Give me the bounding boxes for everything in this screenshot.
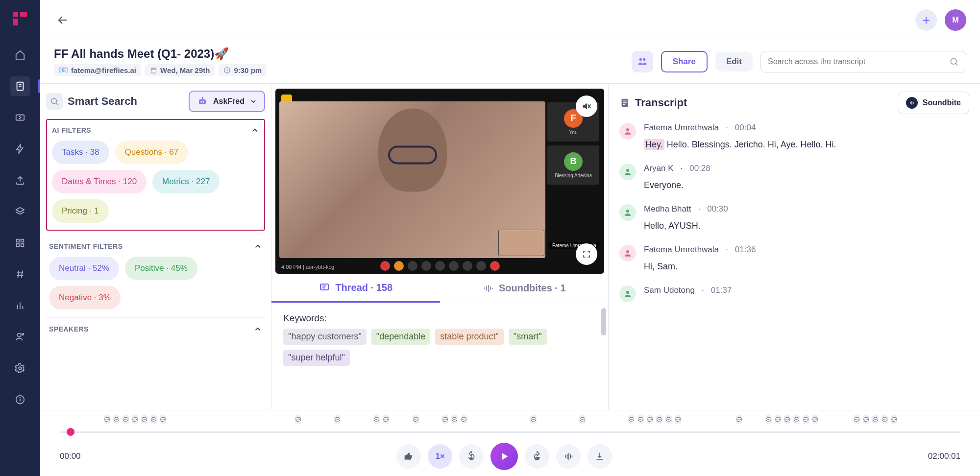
forward-button[interactable]: 15 [525,444,549,469]
nav-settings[interactable] [10,358,30,378]
filter-negative[interactable]: Negative · 3% [49,286,121,309]
filter-dates-times[interactable]: Dates & Times · 120 [52,170,147,193]
smart-search-title: Smart Search [46,93,137,110]
nav-analytics[interactable] [10,296,30,315]
transcript-item-3[interactable]: Fatema Umrethwala · 01:36 Hi, Sam. [619,245,969,272]
svg-point-35 [200,101,202,103]
avatar-icon [619,286,636,302]
nav-apps[interactable] [10,233,30,253]
askfred-label: AskFred [213,97,245,106]
download-button[interactable] [588,444,612,469]
speed-button[interactable]: 1× [428,444,452,469]
transcript-text: Hey. Hello. Blessings. Jericho. Hi, Aye.… [644,140,969,150]
nav-hash[interactable] [10,264,30,284]
keyword-3[interactable]: "smart" [509,329,547,345]
transcript-item-4[interactable]: Sam Udotong · 01:37 [619,286,969,302]
nav-home[interactable] [10,45,30,65]
timeline[interactable]: 💬💬💬💬💬💬💬 💬 💬 💬💬 💬 💬💬💬 💬 💬 💬💬💬💬💬💬 💬 💬💬💬💬💬💬… [40,410,980,437]
svg-point-21 [20,398,21,398]
transcript-text: Hi, Sam. [644,262,969,272]
search-icon [949,57,959,67]
time-current: 00:00 [60,452,81,461]
avatar-icon [619,204,636,221]
meeting-date-chip: Wed, Mar 29th [145,64,215,76]
avatar-icon [619,123,636,140]
edit-button[interactable]: Edit [715,52,753,71]
nav-rail [0,0,40,476]
nav-contacts[interactable] [10,327,30,347]
keywords-label: Keywords: [283,313,596,324]
transcript-item-0[interactable]: Fatema Umrethwala · 00:04 Hey. Hello. Bl… [619,123,969,150]
soundbite-btn-label: Soundbite [923,98,961,107]
filter-questions[interactable]: Questions · 67 [115,141,189,164]
nav-info[interactable] [10,390,30,409]
timestamp: 01:36 [735,245,756,255]
meeting-email-chip[interactable]: 📧 fatema@fireflies.ai [54,64,141,76]
transcript-search-input[interactable] [768,57,949,66]
svg-text:5: 5 [470,456,472,461]
main: ＋ M FF All hands Meet (Q1- 2023)🚀 📧 fate… [40,0,980,476]
keyword-2[interactable]: stable product" [435,329,503,345]
avatar-icon [619,164,636,180]
timestamp: 00:04 [735,123,756,133]
transcript-icon [619,97,630,108]
svg-point-16 [18,333,21,337]
timestamp: 00:28 [689,164,710,173]
keyword-4[interactable]: "super helpful" [283,350,350,366]
transcript-search[interactable] [760,51,966,72]
filter-pricing[interactable]: Pricing · 1 [52,199,109,223]
transcript-panel: Transcript Soundbite Fatema Umrethwala ·… [609,84,980,410]
transcript-item-2[interactable]: Medha Bhatt · 00:30 Hello, AYUSH. [619,204,969,231]
collapse-speakers[interactable] [253,325,262,333]
thread-icon [318,282,330,293]
nav-upload[interactable] [10,170,30,190]
svg-point-32 [51,98,57,104]
video-time-code: 4:00 PM | aor-ybtt-kcg [281,264,334,270]
speakers-section: SPEAKERS [46,317,265,341]
playhead[interactable] [67,428,74,436]
nav-notes[interactable] [10,76,30,96]
tab-thread[interactable]: Thread · 158 [271,274,440,303]
smart-search-panel: Smart Search AskFred AI FILTERS Tasks · … [40,84,271,410]
keyword-1[interactable]: "dependable [371,329,431,345]
like-button[interactable] [396,444,421,469]
nav-bolt[interactable] [10,139,30,159]
filter-metrics[interactable]: Metrics · 227 [152,170,220,193]
user-avatar[interactable]: M [945,9,966,31]
keyword-0[interactable]: "happy customers" [283,329,367,345]
back-button[interactable] [54,11,72,29]
speakers-title: SPEAKERS [49,325,89,333]
svg-line-33 [56,103,58,105]
nav-layers[interactable] [10,202,30,221]
transcript-item-1[interactable]: Aryan K · 00:28 Everyone. [619,164,969,190]
askfred-button[interactable]: AskFred [189,91,265,112]
svg-rect-50 [623,100,626,101]
share-button[interactable]: Share [661,51,708,72]
add-button[interactable]: ＋ [915,9,937,31]
transcript-list[interactable]: Fatema Umrethwala · 00:04 Hey. Hello. Bl… [619,123,969,402]
video-mute-icon[interactable] [576,95,597,117]
rewind-button[interactable]: 5 [459,444,484,469]
collapse-sentiment[interactable] [253,242,262,251]
nav-video[interactable] [10,108,30,127]
video-thumb-1[interactable]: BBlessing Adesina [547,145,599,185]
svg-point-29 [643,58,646,61]
filter-tasks[interactable]: Tasks · 38 [52,141,109,164]
svg-point-18 [19,367,22,370]
video-fullscreen-icon[interactable] [576,243,597,265]
collapse-ai-filters[interactable] [250,126,259,135]
video-player[interactable]: FYou BBlessing Adesina Fatema Umrethwala… [275,89,604,274]
play-button[interactable] [490,443,518,470]
thread-scrollbar[interactable] [601,308,606,335]
timestamp: 00:30 [707,204,728,214]
participants-button[interactable] [632,51,653,72]
smart-search-label: Smart Search [68,95,137,108]
speaker-name: Medha Bhatt [644,204,691,214]
create-soundbite-button[interactable]: Soundbite [898,92,969,114]
filter-positive[interactable]: Positive · 45% [125,257,197,280]
tab-soundbites[interactable]: Soundbites · 1 [440,274,609,303]
waveform-button[interactable] [556,444,581,469]
svg-text:15: 15 [536,457,539,460]
speaker-name: Aryan K [644,164,673,173]
filter-neutral[interactable]: Neutral · 52% [49,257,119,280]
